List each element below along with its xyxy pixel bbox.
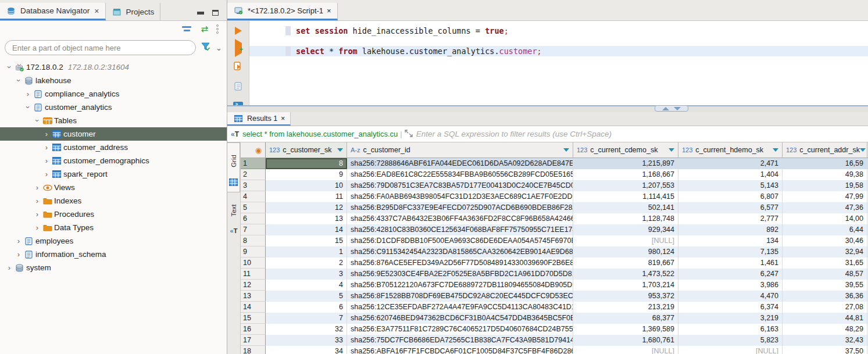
row-number[interactable]: 9 — [241, 246, 266, 258]
expand-chevron-icon[interactable]: › — [33, 196, 42, 205]
row-number[interactable]: 11 — [241, 269, 266, 280]
close-icon[interactable]: × — [281, 115, 285, 123]
tree-item-views[interactable]: ›Views — [0, 181, 227, 194]
table-cell[interactable]: 36,36 — [783, 291, 867, 302]
table-cell[interactable]: sha256:12CE35EFDABF272A4A47E9FA9CC5D4113… — [347, 302, 573, 313]
table-cell[interactable]: 7,135 — [678, 246, 783, 258]
table-cell[interactable]: 6,44 — [783, 224, 867, 235]
table-cell[interactable]: 47,36 — [783, 202, 867, 213]
link-with-editor-icon[interactable]: ⇄ — [201, 24, 207, 34]
table-cell[interactable]: 13 — [266, 213, 347, 224]
tree-item-system[interactable]: ›system — [0, 261, 227, 274]
table-cell[interactable]: 5,823 — [678, 335, 783, 346]
sql-code[interactable]: set session hide_inaccessible_columns = … — [249, 21, 868, 105]
tree-item-spark-report[interactable]: ›spark_report — [0, 167, 227, 181]
tab-results-1[interactable]: Results 1 × — [227, 112, 291, 126]
explain-plan-icon[interactable] — [234, 82, 243, 94]
sort-dropdown-icon[interactable] — [773, 148, 778, 152]
table-cell[interactable]: 2,471 — [678, 158, 783, 169]
table-cell[interactable]: 6 — [266, 302, 347, 313]
table-cell[interactable]: 3,986 — [678, 280, 783, 291]
row-number[interactable]: 8 — [241, 235, 266, 246]
sort-dropdown-icon[interactable] — [337, 148, 343, 152]
table-cell[interactable]: 47,99 — [783, 191, 867, 202]
table-cell[interactable]: 6,577 — [678, 202, 783, 213]
expand-chevron-icon[interactable]: › — [42, 143, 51, 152]
row-number[interactable]: 7 — [241, 224, 266, 235]
table-cell[interactable]: 4 — [266, 280, 347, 291]
row-number[interactable]: 6 — [241, 213, 266, 224]
table-cell[interactable]: 1,404 — [678, 169, 783, 180]
table-cell[interactable]: 929,344 — [573, 224, 678, 235]
sql-line[interactable]: set session hide_inaccessible_columns = … — [249, 26, 868, 36]
table-cell[interactable]: 2 — [266, 258, 347, 269]
table-cell[interactable]: 892 — [678, 224, 783, 235]
table-cell[interactable]: 3 — [266, 269, 347, 280]
tree-item-customer[interactable]: ›customer — [0, 127, 227, 141]
table-cell[interactable]: 4,470 — [678, 291, 783, 302]
collapse-chevron-icon[interactable]: › — [33, 116, 42, 126]
table-cell[interactable]: 34 — [266, 346, 347, 354]
close-icon[interactable]: × — [94, 6, 99, 16]
table-cell[interactable]: [NULL] — [573, 346, 678, 354]
tree-item-customer-demographics[interactable]: ›customer_demographics — [0, 154, 227, 167]
splitter-collapse-widget[interactable] — [655, 105, 688, 112]
table-cell[interactable]: 1 — [266, 246, 347, 258]
collapse-down-icon[interactable] — [674, 107, 681, 110]
table-cell[interactable]: 32,43 — [783, 335, 867, 346]
table-cell[interactable]: sha256:42810C83B0360CE125634F068BAF8FF75… — [347, 224, 573, 235]
table-cell[interactable]: 6,247 — [678, 269, 783, 280]
tree-item-customer-address[interactable]: ›customer_address — [0, 141, 227, 154]
table-cell[interactable]: 1,215,897 — [573, 158, 678, 169]
table-cell[interactable]: 980,124 — [573, 246, 678, 258]
table-cell[interactable]: sha256:72888646ABF61FA044EDEC061D6DA5A09… — [347, 158, 573, 169]
column-header-c_customer_sk[interactable]: 123c_customer_sk — [266, 142, 347, 158]
column-header-c_current_addr_sk[interactable]: 123c_current_addr_sk — [783, 142, 867, 158]
table-cell[interactable]: 502,141 — [573, 202, 678, 213]
execute-statement-icon[interactable] — [235, 27, 242, 35]
table-cell[interactable]: 48,57 — [783, 269, 867, 280]
chevron-down-icon[interactable]: ⌄ — [216, 44, 222, 52]
row-number[interactable]: 5 — [241, 202, 266, 213]
table-cell[interactable]: sha256:75DC7FCB6686EDA72565C1B838CA7FC43… — [347, 335, 573, 346]
table-cell[interactable]: sha256:E3A77511F81C7289C76C4065217D5D406… — [347, 324, 573, 335]
expand-chevron-icon[interactable]: › — [5, 263, 14, 272]
view-menu-icon[interactable] — [216, 24, 219, 34]
table-cell[interactable]: 39,55 — [783, 280, 867, 291]
collapse-all-icon[interactable] — [182, 26, 191, 32]
table-cell[interactable]: sha256:D1CDF8DBB10F500EA9693C86DE6DEAA05… — [347, 235, 573, 246]
row-number[interactable]: 4 — [241, 191, 266, 202]
table-cell[interactable]: [NULL] — [678, 346, 783, 354]
results-filter-input[interactable] — [416, 130, 868, 138]
tree-item-information-schema[interactable]: ›information_schema — [0, 248, 227, 261]
table-cell[interactable]: 33 — [266, 335, 347, 346]
row-number[interactable]: 1 — [241, 158, 266, 169]
column-header-c_current_hdemo_sk[interactable]: 123c_current_hdemo_sk — [678, 142, 783, 158]
table-cell[interactable]: sha256:876ACE5EFED349A2D56F77D5084891433… — [347, 258, 573, 269]
table-cell[interactable]: 953,372 — [573, 291, 678, 302]
table-cell[interactable]: 1,703,214 — [573, 280, 678, 291]
maximize-icon[interactable] — [212, 10, 219, 16]
editor-results-splitter[interactable] — [227, 105, 868, 112]
table-cell[interactable]: 27,08 — [783, 302, 867, 313]
table-cell[interactable]: 2,777 — [678, 213, 783, 224]
table-cell[interactable]: 6,163 — [678, 324, 783, 335]
expand-chevron-icon[interactable]: › — [42, 130, 51, 138]
row-number[interactable]: 2 — [241, 169, 266, 180]
expand-chevron-icon[interactable]: › — [33, 223, 42, 232]
expand-chevron-icon[interactable]: › — [42, 156, 51, 165]
tab-database-navigator[interactable]: Database Navigator × — [0, 3, 106, 20]
close-icon[interactable]: × — [327, 6, 331, 15]
execute-script-icon[interactable] — [233, 62, 243, 74]
table-cell[interactable]: 8 — [266, 158, 347, 169]
filter-funnel-icon[interactable] — [201, 42, 211, 53]
table-cell[interactable]: 7 — [266, 313, 347, 324]
table-cell[interactable]: sha256:C9115342454A2323DA815865CAA326064… — [347, 246, 573, 258]
expand-chevron-icon[interactable]: › — [33, 210, 42, 219]
expand-filter-icon[interactable] — [405, 130, 413, 139]
table-cell[interactable]: 1,114,415 — [573, 191, 678, 202]
tab-text-view[interactable]: Text «T — [227, 192, 240, 238]
table-cell[interactable]: sha256:4337C7AB6432E3B06FF4A3636FD2F8CC8… — [347, 213, 573, 224]
table-cell[interactable]: 37,50 — [783, 346, 867, 354]
table-cell[interactable]: 1,680,761 — [573, 335, 678, 346]
